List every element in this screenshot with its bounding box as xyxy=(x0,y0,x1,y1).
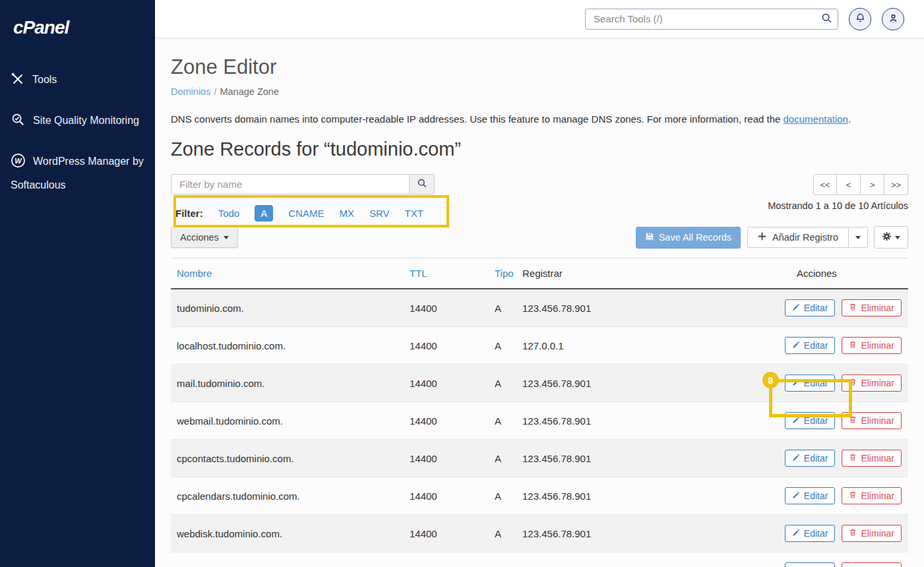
column-header-ttl[interactable]: TTL xyxy=(404,258,489,289)
filter-option-cname[interactable]: CNAME xyxy=(288,208,324,219)
bell-icon xyxy=(855,13,866,26)
documentation-link[interactable]: documentation xyxy=(784,113,848,125)
acciones-dropdown-button[interactable]: Acciones xyxy=(171,227,238,248)
record-name: tudominio.com. xyxy=(171,289,404,327)
filter-option-mx[interactable]: MX xyxy=(339,208,354,219)
sidebar-nav: Tools Site Quality Monitoring WWordPress… xyxy=(0,61,155,204)
record-name: cpcalendars.tudominio.com. xyxy=(171,477,404,515)
delete-button[interactable]: Eliminar xyxy=(842,299,902,316)
main-area: Zone Editor Dominios/Manage Zone DNS con… xyxy=(155,0,924,567)
description-suffix: . xyxy=(848,113,851,125)
delete-button[interactable]: Eliminar xyxy=(842,525,902,542)
delete-button[interactable]: Eliminar xyxy=(842,487,902,504)
record-name: webmail.tudominio.com. xyxy=(171,402,404,440)
page-description: DNS converts domain names into computer-… xyxy=(171,113,908,125)
column-header-tipo[interactable]: Tipo xyxy=(489,258,516,289)
tools-icon xyxy=(11,72,25,93)
svg-text:W: W xyxy=(15,157,22,165)
delete-button-label: Eliminar xyxy=(861,340,894,351)
add-record-label: Añadir Registro xyxy=(772,232,838,243)
cpanel-app: cPanel Tools Site Quality Monitoring WWo… xyxy=(0,0,924,567)
record-value: 123.456.78.901 xyxy=(516,552,778,567)
zone-records-heading: Zone Records for “tudominio.com” xyxy=(171,138,908,160)
filter-option-a[interactable]: A xyxy=(255,205,273,222)
delete-button[interactable]: Eliminar xyxy=(842,562,902,567)
edit-button[interactable]: Editar xyxy=(785,487,836,504)
column-header-nombre[interactable]: Nombre xyxy=(171,258,404,289)
delete-button[interactable]: Eliminar xyxy=(842,412,902,429)
edit-button-label: Editar xyxy=(804,415,828,426)
floppy-disk-icon xyxy=(645,232,654,243)
table-settings-button[interactable] xyxy=(874,226,908,249)
filter-name-input[interactable] xyxy=(171,174,409,194)
topbar xyxy=(155,0,924,38)
delete-button[interactable]: Eliminar xyxy=(842,450,902,467)
add-record-button[interactable]: Añadir Registro xyxy=(747,227,849,248)
site-quality-monitoring-icon xyxy=(11,112,26,134)
breadcrumb-current: Manage Zone xyxy=(220,86,278,97)
edit-button[interactable]: Editar xyxy=(785,374,836,392)
previous-page-button[interactable]: < xyxy=(837,174,861,195)
search-icon xyxy=(417,178,427,191)
controls-row: Filter: TodoACNAMEMXSRVTXT <<<>>> Mostra… xyxy=(171,174,908,222)
next-page-button[interactable]: > xyxy=(861,174,884,195)
table-toolbar: Acciones Save All Records Añadir Registr… xyxy=(171,226,908,249)
trash-icon xyxy=(849,453,857,463)
edit-button-label: Editar xyxy=(804,453,828,463)
record-name: whm.tudominio.com. xyxy=(171,552,404,567)
last-page-button[interactable]: >> xyxy=(884,174,908,195)
edit-button-label: Editar xyxy=(804,491,828,501)
pencil-icon xyxy=(792,415,800,426)
record-actions: EditarEliminar xyxy=(778,365,908,402)
edit-button[interactable]: Editar xyxy=(785,562,836,567)
sidebar-item-site-quality-monitoring[interactable]: Site Quality Monitoring xyxy=(0,102,155,142)
delete-button[interactable]: Eliminar xyxy=(842,337,902,354)
record-value: 123.456.78.901 xyxy=(516,289,778,327)
delete-button[interactable]: Eliminar xyxy=(842,374,902,392)
add-record-dropdown-toggle[interactable] xyxy=(849,227,868,248)
delete-button-label: Eliminar xyxy=(861,528,894,539)
sidebar: cPanel Tools Site Quality Monitoring WWo… xyxy=(0,0,155,567)
edit-button[interactable]: Editar xyxy=(785,337,836,354)
record-ttl: 14400 xyxy=(404,440,489,477)
filter-option-todo[interactable]: Todo xyxy=(218,208,240,219)
add-record-split-button: Añadir Registro xyxy=(747,227,868,248)
table-row: tudominio.com. 14400 A 123.456.78.901 Ed… xyxy=(171,289,908,327)
plus-icon xyxy=(758,232,766,243)
first-page-button[interactable]: << xyxy=(813,174,837,195)
edit-button[interactable]: Editar xyxy=(785,412,836,429)
record-actions: EditarEliminar xyxy=(778,327,908,365)
save-all-records-button[interactable]: Save All Records xyxy=(636,227,741,249)
table-row-highlighted: webmail.tudominio.com. 14400 A 123.456.7… xyxy=(171,402,908,440)
pencil-icon xyxy=(792,528,800,539)
filter-option-txt[interactable]: TXT xyxy=(404,208,423,219)
breadcrumb: Dominios/Manage Zone xyxy=(171,86,908,97)
account-button[interactable] xyxy=(882,8,904,30)
column-header-registrar: Registrar xyxy=(516,258,778,289)
record-name: webdisk.tudominio.com. xyxy=(171,515,404,552)
search-input[interactable] xyxy=(585,9,838,30)
chevron-down-icon xyxy=(895,236,900,239)
notifications-button[interactable] xyxy=(849,8,871,30)
delete-button-label: Eliminar xyxy=(861,415,894,426)
edit-button[interactable]: Editar xyxy=(785,299,836,316)
pagination-summary: Mostrando 1 a 10 de 10 Artículos xyxy=(768,200,908,211)
sidebar-item-tools[interactable]: Tools xyxy=(0,61,155,102)
delete-button-label: Eliminar xyxy=(861,303,894,313)
record-type: A xyxy=(489,552,516,567)
edit-button[interactable]: Editar xyxy=(785,450,836,467)
zone-records-body: tudominio.com. 14400 A 123.456.78.901 Ed… xyxy=(171,289,908,567)
record-actions: EditarEliminar xyxy=(778,477,908,515)
edit-button[interactable]: Editar xyxy=(785,525,836,542)
breadcrumb-link-dominios[interactable]: Dominios xyxy=(171,86,210,97)
edit-button-label: Editar xyxy=(804,340,828,351)
record-type: A xyxy=(489,515,516,552)
sidebar-item-wordpress-manager[interactable]: WWordPress Manager by Softaculous xyxy=(0,142,155,204)
search-icon[interactable] xyxy=(818,12,834,26)
filter-option-srv[interactable]: SRV xyxy=(369,208,390,219)
pencil-icon xyxy=(792,378,800,388)
sidebar-item-label: Tools xyxy=(32,74,57,85)
filter-search-button[interactable] xyxy=(409,174,435,194)
delete-button-label: Eliminar xyxy=(861,491,894,501)
breadcrumb-separator: / xyxy=(214,86,216,97)
